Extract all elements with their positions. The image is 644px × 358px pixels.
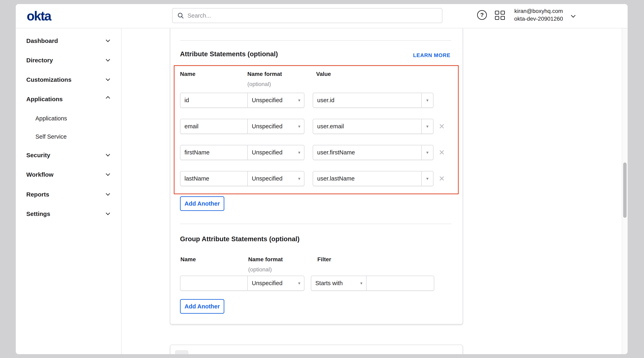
- attr-value-input[interactable]: [313, 93, 421, 108]
- chevron-down-icon: [106, 191, 110, 196]
- group-name-input[interactable]: [180, 276, 247, 290]
- account-email: kiran@boxyhq.com: [514, 8, 563, 15]
- column-filter: Filter: [317, 256, 331, 263]
- column-value: Value: [316, 71, 331, 77]
- sidebar-item-label: Reports: [26, 191, 49, 198]
- caret-down-icon: ▾: [426, 150, 428, 155]
- group-attribute-statements-title: Group Attribute Statements (optional): [180, 235, 300, 243]
- chevron-down-icon: [106, 152, 110, 156]
- sidebar-item-label: Applications: [36, 115, 67, 122]
- name-format-group: Unspecified ▾: [180, 145, 304, 160]
- divider: [180, 224, 451, 224]
- selected-format: Unspecified: [252, 175, 282, 182]
- name-format-select[interactable]: Unspecified ▾: [247, 276, 304, 290]
- value-dropdown-button[interactable]: ▾: [421, 145, 433, 160]
- caret-down-icon: ▾: [426, 124, 428, 129]
- next-section-card: [170, 345, 463, 354]
- sidebar-item-label: Settings: [26, 210, 50, 217]
- sidebar-item-label: Security: [26, 152, 50, 158]
- column-format: Name format: [248, 256, 283, 263]
- attr-value-input[interactable]: [313, 171, 421, 186]
- value-dropdown-button[interactable]: ▾: [421, 171, 433, 186]
- selected-filter-type: Starts with: [315, 280, 343, 286]
- column-format-note: (optional): [248, 266, 272, 273]
- attr-value-combo: ▾: [313, 145, 434, 160]
- attr-value-combo: ▾: [313, 119, 434, 134]
- attr-value-input[interactable]: [313, 145, 421, 160]
- caret-down-icon: ▾: [298, 176, 300, 181]
- sidebar-item-customizations[interactable]: Customizations: [16, 76, 121, 84]
- app-logo-placeholder: [175, 350, 188, 354]
- attr-name-input[interactable]: [180, 145, 247, 160]
- selected-format: Unspecified: [252, 280, 282, 286]
- name-format-group: Unspecified ▾: [180, 276, 304, 291]
- chevron-up-icon: [106, 96, 110, 100]
- sidebar-item-applications[interactable]: Applications: [16, 96, 121, 104]
- chevron-down-icon: [106, 38, 110, 42]
- selected-format: Unspecified: [252, 123, 282, 130]
- caret-down-icon: ▾: [298, 98, 300, 103]
- sidebar-item-dashboard[interactable]: Dashboard: [16, 37, 121, 45]
- sidebar-nav: Dashboard Directory Customizations Appli…: [16, 28, 122, 354]
- apps-grid-icon[interactable]: [495, 11, 506, 20]
- delete-row-icon[interactable]: ✕: [439, 123, 445, 130]
- add-another-group-attribute-button[interactable]: Add Another: [180, 299, 224, 314]
- column-name: Name: [180, 256, 196, 263]
- grid-square: [495, 16, 499, 20]
- value-dropdown-button[interactable]: ▾: [421, 93, 433, 108]
- delete-row-icon[interactable]: ✕: [439, 175, 445, 182]
- grid-square: [495, 11, 499, 15]
- search-input[interactable]: [188, 12, 438, 19]
- name-format-select[interactable]: Unspecified ▾: [247, 171, 304, 186]
- learn-more-link[interactable]: LEARN MORE: [413, 52, 450, 59]
- sidebar-item-directory[interactable]: Directory: [16, 57, 121, 65]
- scrollbar-track[interactable]: [622, 28, 628, 354]
- name-format-select[interactable]: Unspecified ▾: [247, 145, 304, 160]
- chevron-down-icon: [106, 57, 110, 62]
- attr-value-input[interactable]: [313, 119, 421, 134]
- add-another-attribute-button[interactable]: Add Another: [180, 196, 224, 211]
- search-icon: [177, 12, 184, 19]
- chevron-down-icon[interactable]: [571, 13, 576, 18]
- main-content: Attribute Statements (optional) LEARN MO…: [122, 28, 622, 354]
- global-search[interactable]: [172, 8, 442, 23]
- sidebar-item-label: Customizations: [26, 76, 72, 83]
- sidebar-item-reports[interactable]: Reports: [16, 191, 121, 199]
- sidebar-item-label: Directory: [26, 57, 53, 64]
- top-bar: okta ? kiran@boxyhq.com okta-dev-2090126…: [16, 4, 628, 28]
- help-icon[interactable]: ?: [477, 10, 487, 20]
- value-dropdown-button[interactable]: ▾: [421, 119, 433, 134]
- sidebar-item-label: Applications: [26, 96, 63, 102]
- account-menu[interactable]: kiran@boxyhq.com okta-dev-20901260: [509, 8, 568, 22]
- filter-value-input[interactable]: [366, 276, 434, 290]
- sidebar-item-label: Workflow: [26, 171, 54, 178]
- attr-name-input[interactable]: [180, 171, 247, 186]
- caret-down-icon: ▾: [298, 150, 300, 155]
- saml-settings-card: Attribute Statements (optional) LEARN MO…: [170, 28, 463, 324]
- account-org: okta-dev-20901260: [514, 15, 563, 22]
- grid-square: [500, 16, 505, 20]
- attr-name-input[interactable]: [180, 93, 247, 108]
- sidebar-item-security[interactable]: Security: [16, 152, 121, 160]
- okta-logo[interactable]: okta: [27, 9, 51, 24]
- group-attribute-section: Name Name format Filter (optional) Unspe…: [180, 256, 450, 291]
- attr-name-input[interactable]: [180, 119, 247, 134]
- attribute-row: Unspecified ▾ ▾ ✕: [180, 119, 458, 134]
- sidebar-item-self-service[interactable]: Self Service: [16, 133, 121, 141]
- name-format-group: Unspecified ▾: [180, 171, 304, 186]
- app-window: okta ? kiran@boxyhq.com okta-dev-2090126…: [16, 4, 628, 354]
- filter-type-select[interactable]: Starts with ▾: [311, 276, 366, 290]
- sidebar-item-settings[interactable]: Settings: [16, 210, 121, 218]
- sidebar-item-applications-sub[interactable]: Applications: [16, 115, 121, 123]
- caret-down-icon: ▾: [298, 124, 300, 129]
- chevron-down-icon: [106, 172, 110, 176]
- scrollbar-thumb[interactable]: [623, 163, 626, 218]
- name-format-group: Unspecified ▾: [180, 93, 304, 108]
- divider: [180, 40, 451, 41]
- sidebar-item-workflow[interactable]: Workflow: [16, 171, 121, 179]
- delete-row-icon[interactable]: ✕: [439, 149, 445, 156]
- attribute-row: Unspecified ▾ ▾: [180, 93, 458, 108]
- name-format-select[interactable]: Unspecified ▾: [247, 93, 304, 108]
- name-format-select[interactable]: Unspecified ▾: [247, 119, 304, 134]
- sidebar-item-label: Dashboard: [26, 38, 58, 44]
